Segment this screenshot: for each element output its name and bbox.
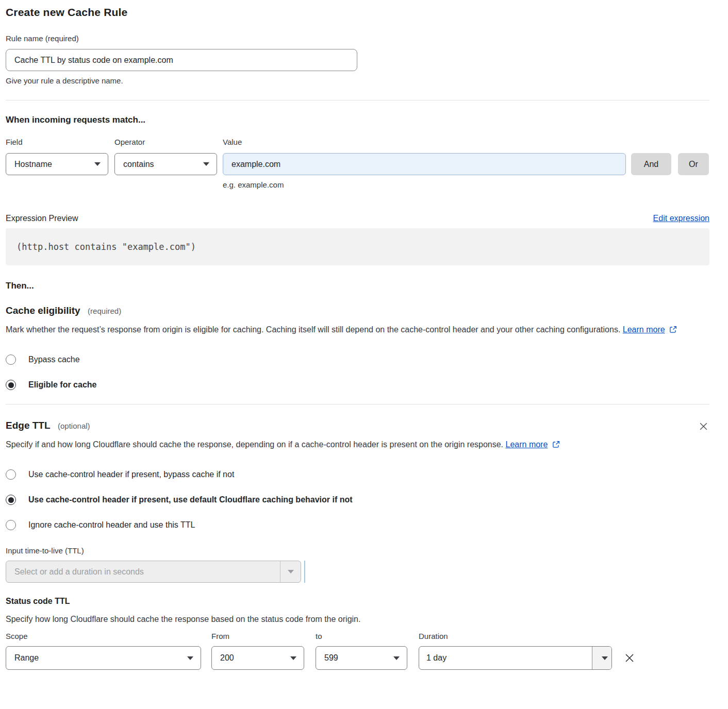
edge-ttl-description: Specify if and how long Cloudflare shoul… xyxy=(6,437,702,453)
value-label: Value xyxy=(223,137,242,148)
cache-eligibility-description: Mark whether the request’s response from… xyxy=(6,323,702,338)
match-heading: When incoming requests match... xyxy=(6,115,709,125)
edge-ttl-qualifier: (optional) xyxy=(58,421,90,430)
radio-circle-icon xyxy=(6,495,16,505)
to-select-value: 599 xyxy=(324,653,388,663)
or-button[interactable]: Or xyxy=(678,153,709,175)
expression-preview-label: Expression Preview xyxy=(6,214,78,223)
cache-eligibility-learn-more-link[interactable]: Learn more xyxy=(623,325,665,334)
edge-ttl-title: Edge TTL xyxy=(6,420,51,431)
external-link-icon xyxy=(552,438,560,453)
cache-eligibility-qualifier: (required) xyxy=(88,307,121,315)
ttl-duration-dropdown-button[interactable] xyxy=(280,561,301,582)
radio-circle-icon xyxy=(6,520,16,530)
status-code-column-labels: Scope From to Duration xyxy=(6,631,709,642)
duration-select-value: 1 day xyxy=(419,647,592,669)
chevron-down-icon xyxy=(602,656,608,660)
cache-eligibility-description-text: Mark whether the request’s response from… xyxy=(6,325,620,334)
chevron-down-icon xyxy=(290,656,296,660)
rule-name-input[interactable] xyxy=(6,49,357,71)
operator-label: Operator xyxy=(114,137,223,148)
value-example-help: e.g. example.com xyxy=(223,179,709,191)
chevron-down-icon xyxy=(393,656,400,660)
radio-circle-icon xyxy=(6,380,16,390)
duration-select[interactable]: 1 day xyxy=(419,646,612,670)
page-title: Create new Cache Rule xyxy=(6,6,709,19)
radio-circle-icon xyxy=(6,354,16,365)
section-divider xyxy=(6,404,709,404)
scope-select[interactable]: Range xyxy=(6,646,201,670)
chevron-down-icon xyxy=(187,656,193,660)
field-select[interactable]: Hostname xyxy=(6,153,108,175)
radio-use-header-default[interactable]: Use cache-control header if present, use… xyxy=(6,495,709,505)
cache-eligibility-title: Cache eligibility xyxy=(6,305,80,316)
duration-label: Duration xyxy=(419,631,448,642)
radio-use-header-bypass[interactable]: Use cache-control header if present, byp… xyxy=(6,469,709,480)
field-select-value: Hostname xyxy=(14,160,89,169)
radio-eligible-for-cache[interactable]: Eligible for cache xyxy=(6,380,709,390)
edge-ttl-close-button[interactable] xyxy=(698,421,709,433)
to-select[interactable]: 599 xyxy=(316,646,407,670)
remove-icon xyxy=(623,652,636,664)
edge-ttl-description-text: Specify if and how long Cloudflare shoul… xyxy=(6,440,503,449)
match-column-labels: Field Operator Value xyxy=(6,137,709,148)
ttl-duration-select[interactable]: Select or add a duration in seconds xyxy=(6,561,301,583)
radio-use-header-bypass-label: Use cache-control header if present, byp… xyxy=(28,470,234,479)
radio-ignore-header-label: Ignore cache-control header and use this… xyxy=(28,520,195,530)
chevron-down-icon xyxy=(288,570,294,573)
then-heading: Then... xyxy=(6,281,709,291)
ttl-duration-placeholder: Select or add a duration in seconds xyxy=(6,561,280,582)
chevron-down-icon xyxy=(94,162,101,166)
status-code-ttl-title: Status code TTL xyxy=(6,597,709,606)
external-link-icon xyxy=(669,324,677,338)
rule-name-label: Rule name (required) xyxy=(6,33,709,44)
expression-preview-box: (http.host contains "example.com") xyxy=(6,228,709,265)
radio-eligible-for-cache-label: Eligible for cache xyxy=(28,380,96,390)
radio-bypass-cache-label: Bypass cache xyxy=(28,355,80,364)
duration-dropdown-button[interactable] xyxy=(592,647,611,669)
radio-circle-icon xyxy=(6,469,16,480)
to-label: to xyxy=(316,631,419,642)
match-expression-row: Hostname contains And Or xyxy=(6,153,709,175)
remove-status-code-row-button[interactable] xyxy=(623,652,636,664)
rule-name-help: Give your rule a descriptive name. xyxy=(6,75,709,87)
edge-ttl-learn-more-link[interactable]: Learn more xyxy=(506,440,548,449)
from-select[interactable]: 200 xyxy=(211,646,304,670)
scope-select-value: Range xyxy=(14,653,182,663)
radio-bypass-cache[interactable]: Bypass cache xyxy=(6,354,709,365)
operator-select-value: contains xyxy=(123,160,198,169)
create-cache-rule-form: Create new Cache Rule Rule name (require… xyxy=(6,0,709,670)
from-label: From xyxy=(211,631,316,642)
focus-caret xyxy=(304,561,305,583)
edit-expression-link[interactable]: Edit expression xyxy=(653,214,709,223)
field-label: Field xyxy=(6,137,114,148)
chevron-down-icon xyxy=(203,162,209,166)
operator-select[interactable]: contains xyxy=(114,153,217,175)
section-divider xyxy=(6,100,709,100)
and-button[interactable]: And xyxy=(631,153,671,175)
status-code-ttl-description: Specify how long Cloudflare should cache… xyxy=(6,612,702,627)
status-code-ttl-row: Range 200 599 1 day xyxy=(6,646,709,670)
match-value-input[interactable] xyxy=(223,153,626,175)
scope-label: Scope xyxy=(6,631,211,642)
expression-code: (http.host contains "example.com") xyxy=(16,242,196,252)
radio-ignore-header[interactable]: Ignore cache-control header and use this… xyxy=(6,520,709,530)
ttl-input-label: Input time-to-live (TTL) xyxy=(6,545,709,556)
close-icon xyxy=(698,421,709,432)
from-select-value: 200 xyxy=(220,653,285,663)
radio-use-header-default-label: Use cache-control header if present, use… xyxy=(28,495,353,504)
